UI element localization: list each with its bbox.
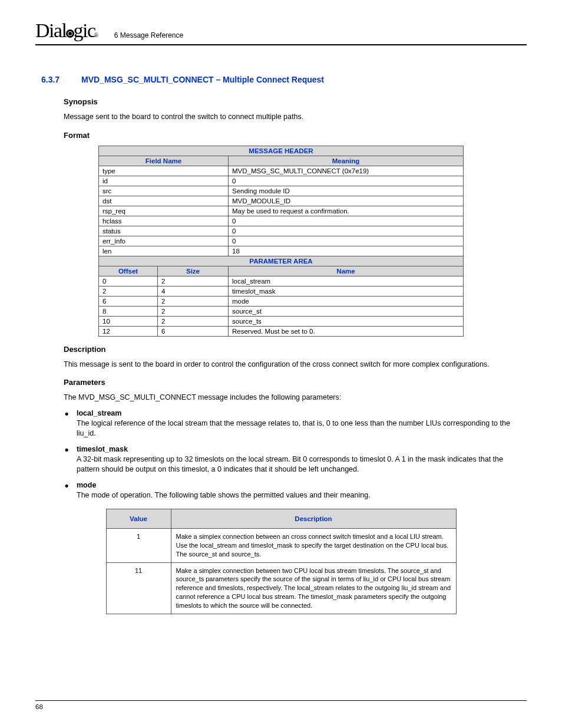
table-row: rsp_reqMay be used to request a confirma… (99, 206, 464, 216)
synopsis-text: Message sent to the board to control the… (64, 112, 527, 123)
name-cell: mode (229, 296, 464, 306)
parameters-list: local_streamThe logical reference of the… (64, 409, 527, 501)
chapter-label: 6 Message Reference (114, 31, 183, 43)
offset-cell: 0 (99, 276, 158, 286)
table-row: 11Make a simplex connection between two … (106, 562, 456, 614)
param-name: mode (77, 481, 527, 489)
parameter-area-row: PARAMETER AREA (99, 256, 464, 266)
name-cell: local_stream (229, 276, 464, 286)
field-cell: status (99, 226, 229, 236)
size-cell: 2 (158, 306, 229, 316)
section-title: MVD_MSG_SC_MULTI_CONNECT – Multiple Conn… (81, 75, 324, 84)
mode-table: Value Description 1Make a simplex connec… (106, 509, 457, 614)
description-head: Description (64, 345, 527, 354)
meaning-cell: MVD_MSG_SC_MULTI_CONNECT (0x7e19) (229, 166, 464, 176)
field-cell: err_info (99, 236, 229, 246)
field-cell: hclass (99, 216, 229, 226)
page-number: 68 (35, 703, 43, 710)
table-row: 82source_st (99, 306, 464, 316)
format-table: MESSAGE HEADER Field Name Meaning typeMV… (98, 146, 464, 337)
offset-head: Offset (99, 266, 158, 276)
parameters-intro: The MVD_MSG_SC_MULTI_CONNECT message inc… (64, 393, 527, 403)
table-row: typeMVD_MSG_SC_MULTI_CONNECT (0x7e19) (99, 166, 464, 176)
size-cell: 6 (158, 326, 229, 336)
format-head: Format (64, 131, 527, 140)
table-row: 02local_stream (99, 276, 464, 286)
name-head: Name (229, 266, 464, 276)
mode-value-cell: 1 (106, 529, 171, 563)
table-row: 126Reserved. Must be set to 0. (99, 326, 464, 336)
table-row: hclass0 (99, 216, 464, 226)
name-cell: timeslot_mask (229, 286, 464, 296)
dialogic-logo: Dialgic® (35, 21, 98, 43)
parameters-head: Parameters (64, 378, 527, 387)
field-cell: rsp_req (99, 206, 229, 216)
table-row: status0 (99, 226, 464, 236)
field-cell: len (99, 246, 229, 256)
table-row: 1Make a simplex connection between an cr… (106, 529, 456, 563)
message-header-row: MESSAGE HEADER (99, 146, 464, 156)
table-row: srcSending module ID (99, 186, 464, 196)
page-header: Dialgic® 6 Message Reference (35, 21, 527, 45)
table-row: err_info0 (99, 236, 464, 246)
param-desc: A 32-bit mask representing up to 32 time… (77, 454, 527, 475)
list-item: local_streamThe logical reference of the… (64, 409, 527, 439)
mode-desc-cell: Make a simplex connection between two CP… (171, 562, 456, 614)
meaning-cell: MVD_MODULE_ID (229, 196, 464, 206)
section-number: 6.3.7 (41, 75, 81, 84)
offset-cell: 12 (99, 326, 158, 336)
mode-value-cell: 11 (106, 562, 171, 614)
list-item: timeslot_maskA 32-bit mask representing … (64, 445, 527, 475)
meaning-cell: 0 (229, 216, 464, 226)
offset-cell: 2 (99, 286, 158, 296)
offset-cell: 10 (99, 316, 158, 326)
meaning-head: Meaning (229, 156, 464, 166)
mode-desc-head: Description (171, 509, 456, 529)
meaning-cell: 0 (229, 176, 464, 186)
param-desc: The logical reference of the local strea… (77, 419, 527, 439)
field-cell: dst (99, 196, 229, 206)
param-name: timeslot_mask (77, 445, 527, 453)
name-cell: source_st (229, 306, 464, 316)
table-row: id0 (99, 176, 464, 186)
name-cell: source_ts (229, 316, 464, 326)
table-row: 102source_ts (99, 316, 464, 326)
meaning-cell: May be used to request a confirmation. (229, 206, 464, 216)
field-cell: src (99, 186, 229, 196)
size-cell: 4 (158, 286, 229, 296)
size-cell: 2 (158, 276, 229, 286)
mode-value-head: Value (106, 509, 171, 529)
synopsis-head: Synopsis (64, 97, 527, 106)
meaning-cell: 0 (229, 236, 464, 246)
field-cell: type (99, 166, 229, 176)
page-footer: 68 (35, 700, 527, 710)
field-name-head: Field Name (99, 156, 229, 166)
list-item: modeThe mode of operation. The following… (64, 481, 527, 501)
meaning-cell: 0 (229, 226, 464, 236)
size-cell: 2 (158, 296, 229, 306)
table-row: 24timeslot_mask (99, 286, 464, 296)
offset-cell: 6 (99, 296, 158, 306)
name-cell: Reserved. Must be set to 0. (229, 326, 464, 336)
offset-cell: 8 (99, 306, 158, 316)
field-cell: id (99, 176, 229, 186)
meaning-cell: 18 (229, 246, 464, 256)
table-row: dstMVD_MODULE_ID (99, 196, 464, 206)
table-row: len18 (99, 246, 464, 256)
mode-desc-cell: Make a simplex connection between an cro… (171, 529, 456, 563)
section-heading: 6.3.7 MVD_MSG_SC_MULTI_CONNECT – Multipl… (41, 75, 527, 84)
table-row: 62mode (99, 296, 464, 306)
meaning-cell: Sending module ID (229, 186, 464, 196)
size-head: Size (158, 266, 229, 276)
description-text: This message is sent to the board in ord… (64, 360, 527, 370)
param-desc: The mode of operation. The following tab… (77, 490, 527, 501)
size-cell: 2 (158, 316, 229, 326)
param-name: local_stream (77, 409, 527, 417)
